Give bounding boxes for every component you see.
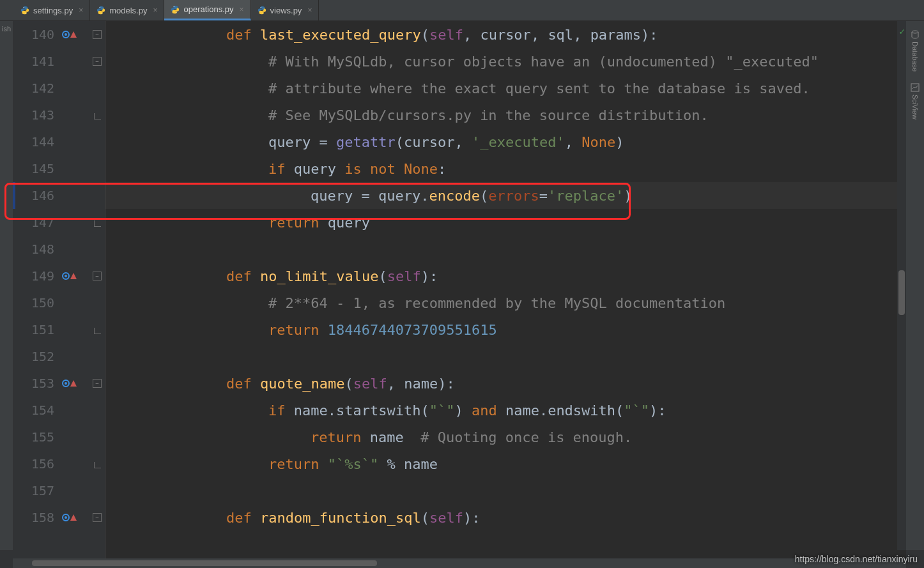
code-text: # See MySQLdb/cursors.py in the source d… <box>268 102 709 128</box>
line-number: 154 <box>13 403 54 418</box>
tab-views-py[interactable]: views.py× <box>251 0 320 20</box>
gutter-line[interactable]: 143 <box>13 102 105 128</box>
gutter-change-marker[interactable] <box>62 504 86 531</box>
tab-label: operations.py <box>183 4 233 14</box>
code-text: # 2**64 - 1, as recommended by the MySQL… <box>268 289 725 316</box>
fold-toggle-icon[interactable]: − <box>93 30 102 39</box>
code-line[interactable]: # With MySQLdb, cursor objects have an (… <box>105 48 906 75</box>
svg-point-7 <box>263 13 263 13</box>
tab-close-icon[interactable]: × <box>79 6 83 15</box>
fold-toggle-icon[interactable]: − <box>93 513 102 522</box>
code-text: if name.startswith("`") and name.endswit… <box>268 397 666 424</box>
inspection-ok-icon: ✓ <box>900 26 905 36</box>
code-line[interactable]: def random_function_sql(self): <box>105 504 906 531</box>
code-line[interactable]: query = getattr(cursor, '_executed', Non… <box>105 128 906 155</box>
tool-database[interactable]: Database <box>911 30 920 72</box>
code-line[interactable]: if query is not None: <box>105 155 906 182</box>
code-line[interactable]: if name.startswith("`") and name.endswit… <box>105 397 906 424</box>
gutter-line[interactable]: 146 <box>13 182 105 209</box>
line-number: 143 <box>13 107 54 123</box>
line-number: 148 <box>13 242 54 257</box>
code-line[interactable] <box>105 343 906 370</box>
gutter-line[interactable]: 156 <box>13 450 105 477</box>
tab-close-icon[interactable]: × <box>240 5 244 14</box>
tab-bar: settings.py× models.py× operations.py× v… <box>0 0 924 21</box>
tool-database-label: Database <box>911 42 919 72</box>
python-file-icon <box>20 6 29 15</box>
fold-toggle-icon[interactable]: − <box>93 57 102 66</box>
code-text: return 18446744073709551615 <box>268 316 497 343</box>
code-line[interactable]: query = query.encode(errors='replace') <box>105 182 906 209</box>
gutter-line[interactable]: 150 <box>13 289 105 316</box>
line-number: 152 <box>13 349 54 364</box>
line-number: 157 <box>13 483 54 498</box>
horizontal-scrollbar[interactable] <box>13 558 906 568</box>
code-line[interactable] <box>105 236 906 263</box>
tool-sciview[interactable]: SciView <box>911 83 920 119</box>
sciview-icon <box>911 83 920 92</box>
gutter-change-marker[interactable] <box>62 263 86 289</box>
fold-toggle-icon[interactable]: − <box>93 272 102 280</box>
code-text: def last_executed_query(self, cursor, sq… <box>226 21 658 48</box>
gutter-line[interactable]: 158− <box>13 504 105 531</box>
tab-models-py[interactable]: models.py× <box>90 0 164 20</box>
gutter-line[interactable]: 147 <box>13 209 105 236</box>
gutter-line[interactable]: 141− <box>13 48 105 75</box>
gutter-line[interactable]: 145 <box>13 155 105 182</box>
code-line[interactable]: def no_limit_value(self): <box>105 263 906 289</box>
tab-operations-py[interactable]: operations.py× <box>164 0 250 20</box>
vertical-scrollbar-thumb[interactable] <box>898 270 905 315</box>
gutter-line[interactable]: 144 <box>13 128 105 155</box>
python-file-icon <box>171 5 180 14</box>
gutter-line[interactable]: 153− <box>13 370 105 397</box>
code-line[interactable]: return query <box>105 209 906 236</box>
code-line[interactable]: # See MySQLdb/cursors.py in the source d… <box>105 102 906 128</box>
gutter-line[interactable]: 155 <box>13 424 105 450</box>
tab-label: models.py <box>109 6 147 15</box>
right-gutter[interactable]: ✓ <box>897 21 906 550</box>
gutter-line[interactable]: 140− <box>13 21 105 48</box>
gutter-change-marker[interactable] <box>62 370 86 397</box>
editor[interactable]: 140−141−142143144145146147148149−1501511… <box>13 21 906 558</box>
gutter-line[interactable]: 157 <box>13 477 105 504</box>
code-line[interactable]: return name # Quoting once is enough. <box>105 424 906 450</box>
svg-point-5 <box>176 12 177 12</box>
code-area[interactable]: def last_executed_query(self, cursor, sq… <box>105 21 906 558</box>
override-marker-icon <box>62 514 77 521</box>
left-toolwindow-strip[interactable]: ish <box>0 21 13 550</box>
gutter[interactable]: 140−141−142143144145146147148149−1501511… <box>13 21 105 558</box>
tab-close-icon[interactable]: × <box>153 6 157 15</box>
gutter-line[interactable]: 151 <box>13 316 105 343</box>
line-number: 146 <box>13 188 54 203</box>
watermark: https://blog.csdn.net/tianxinyiru <box>795 554 918 564</box>
fold-end-icon <box>93 111 102 119</box>
gutter-line[interactable]: 148 <box>13 236 105 263</box>
gutter-line[interactable]: 152 <box>13 343 105 370</box>
line-number: 149 <box>13 268 54 284</box>
svg-point-8 <box>912 31 918 33</box>
tab-close-icon[interactable]: × <box>307 6 312 15</box>
code-text: return name # Quoting once is enough. <box>311 424 632 450</box>
code-text: if query is not None: <box>268 155 446 182</box>
gutter-change-marker[interactable] <box>62 21 86 48</box>
code-line[interactable]: # 2**64 - 1, as recommended by the MySQL… <box>105 289 906 316</box>
fold-end-icon <box>93 218 102 227</box>
line-number: 141 <box>13 54 54 69</box>
tab-settings-py[interactable]: settings.py× <box>14 0 90 20</box>
code-line[interactable]: def last_executed_query(self, cursor, sq… <box>105 21 906 48</box>
fold-toggle-icon[interactable]: − <box>93 379 102 388</box>
code-line[interactable]: return 18446744073709551615 <box>105 316 906 343</box>
gutter-line[interactable]: 154 <box>13 397 105 424</box>
code-text: query = query.encode(errors='replace') <box>311 182 632 209</box>
gutter-line[interactable]: 142 <box>13 75 105 102</box>
gutter-line[interactable]: 149− <box>13 263 105 289</box>
code-line[interactable]: def quote_name(self, name): <box>105 370 906 397</box>
scrollbar-thumb[interactable] <box>32 560 377 566</box>
code-line[interactable] <box>105 477 906 504</box>
python-file-icon <box>258 6 266 15</box>
line-number: 144 <box>13 134 54 150</box>
code-line[interactable]: return "`%s`" % name <box>105 450 906 477</box>
python-file-icon <box>96 6 105 15</box>
fold-end-icon <box>93 325 102 334</box>
code-line[interactable]: # attribute where the exact query sent t… <box>105 75 906 102</box>
